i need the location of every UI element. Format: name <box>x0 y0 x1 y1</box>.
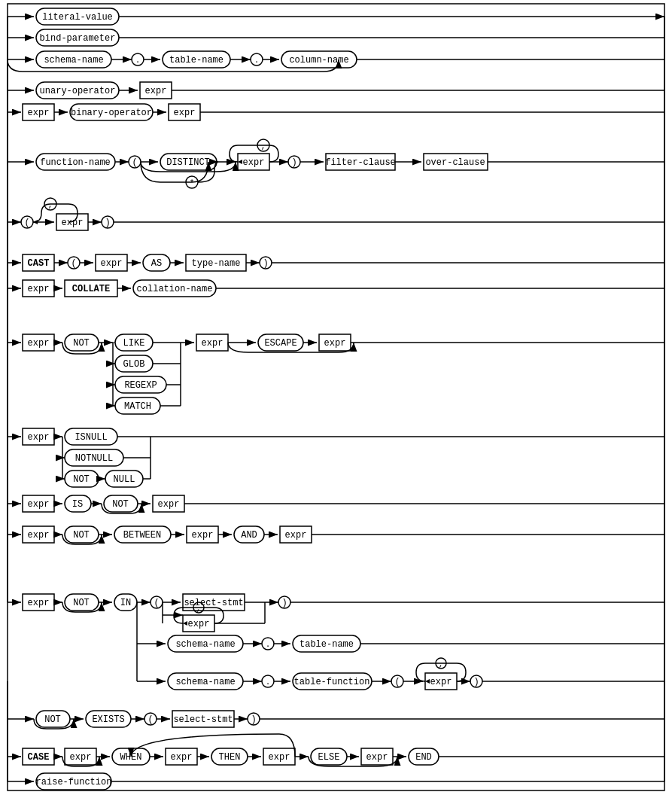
expr-like-label: expr <box>28 338 50 349</box>
expr-tf-label: expr <box>430 677 452 687</box>
isnull-label: ISNULL <box>74 432 107 443</box>
not-5-label: NOT <box>73 598 90 608</box>
when-label: WHEN <box>120 752 142 763</box>
escape-label: ESCAPE <box>264 338 296 349</box>
svg-text:(: ( <box>154 598 159 608</box>
expr-paren-label: expr <box>62 218 84 228</box>
as-label: AS <box>151 258 162 269</box>
expr-cast-label: expr <box>101 258 123 269</box>
raise-function-label: raise-function <box>36 777 112 787</box>
table-name-2-label: table-name <box>300 639 354 650</box>
regexp-label: REGEXP <box>124 380 157 391</box>
svg-text:): ) <box>281 598 287 608</box>
expr-case-label: expr <box>70 752 92 763</box>
match-label: MATCH <box>124 401 151 412</box>
svg-text:(: ( <box>24 218 29 228</box>
select-stmt-1-label: select-stmt <box>184 598 243 608</box>
svg-text:): ) <box>251 714 256 725</box>
exists-label: EXISTS <box>92 714 124 725</box>
glob-label: GLOB <box>123 359 145 370</box>
cast-label: CAST <box>28 258 50 269</box>
expr-when-label: expr <box>171 752 193 763</box>
literal-value-label: literal-value <box>42 12 113 23</box>
not-3-label: NOT <box>112 499 129 510</box>
table-name-1-label: table-name <box>169 55 223 65</box>
notnull-label: NOTNULL <box>75 453 113 464</box>
svg-text:,: , <box>196 604 202 613</box>
not-6-label: NOT <box>44 714 61 725</box>
svg-text:): ) <box>263 258 268 269</box>
and-label: AND <box>241 530 257 541</box>
not-4-label: NOT <box>73 530 90 541</box>
svg-text:.: . <box>254 56 260 65</box>
else-label: ELSE <box>318 752 340 763</box>
distinct-label: DISTINCT <box>166 157 210 168</box>
expr-escape-label: expr <box>324 338 346 349</box>
svg-text:.: . <box>266 640 271 649</box>
svg-text:(: ( <box>394 677 400 687</box>
expr-is-2-label: expr <box>158 499 180 510</box>
expr-2-label: expr <box>28 108 50 118</box>
case-label: CASE <box>28 752 50 763</box>
function-name-label: function-name <box>40 157 111 168</box>
over-clause-label: over-clause <box>425 157 485 168</box>
expr-collate-label: expr <box>28 284 50 294</box>
select-stmt-2-label: select-stmt <box>173 714 233 725</box>
not-1-label: NOT <box>73 338 90 349</box>
between-label: BETWEEN <box>123 530 161 541</box>
expr-else-label: expr <box>366 752 388 763</box>
expr-null-check-label: expr <box>28 432 50 443</box>
then-label: THEN <box>219 752 241 763</box>
svg-text:,: , <box>48 200 53 209</box>
svg-text:): ) <box>473 677 479 687</box>
schema-name-2-label: schema-name <box>175 639 235 650</box>
end-label: END <box>415 752 432 763</box>
table-function-label: table-function <box>294 677 370 687</box>
collation-name-label: collation-name <box>137 284 213 294</box>
svg-text:(: ( <box>71 258 76 269</box>
svg-text:): ) <box>291 157 296 168</box>
filter-clause-label: filter-clause <box>325 157 396 168</box>
expr-fn-label: expr <box>243 157 265 168</box>
expr-in-label: expr <box>28 598 50 608</box>
expr-is-label: expr <box>28 499 50 510</box>
expr-between-3-label: expr <box>285 530 307 541</box>
svg-text:(: ( <box>132 157 137 168</box>
svg-marker-49 <box>238 160 242 164</box>
expr-between-2-label: expr <box>192 530 214 541</box>
expr-1-label: expr <box>145 86 167 96</box>
like-label: LIKE <box>123 338 145 349</box>
collate-label: COLLATE <box>72 284 110 294</box>
svg-marker-215 <box>425 679 430 684</box>
null-1-label: NULL <box>114 474 135 485</box>
in-label: IN <box>120 598 131 608</box>
not-2-label: NOT <box>73 474 90 485</box>
type-name-label: type-name <box>192 258 241 269</box>
binary-operator-label: binary-operator <box>71 108 152 118</box>
svg-text:,: , <box>261 142 266 151</box>
bind-parameter-label: bind-parameter <box>40 33 116 44</box>
schema-name-label: schema-name <box>44 55 103 65</box>
svg-text:,: , <box>439 659 444 669</box>
svg-text:): ) <box>105 218 110 228</box>
schema-name-3-label: schema-name <box>175 677 235 687</box>
railroad-diagram: literal-value bind-parameter schema-name… <box>0 0 672 795</box>
svg-marker-181 <box>183 621 187 626</box>
svg-text:(: ( <box>147 714 153 725</box>
svg-text:*: * <box>190 178 195 187</box>
expr-like-2-label: expr <box>202 338 223 349</box>
svg-text:.: . <box>135 56 141 65</box>
is-label: IS <box>72 499 83 510</box>
expr-between-label: expr <box>28 530 50 541</box>
svg-text:.: . <box>266 678 271 687</box>
unary-operator-label: unary-operator <box>40 86 116 96</box>
expr-3-label: expr <box>174 108 196 118</box>
column-name-label: column-name <box>289 55 348 65</box>
expr-then-label: expr <box>269 752 290 763</box>
expr-in-2-label: expr <box>188 619 210 629</box>
